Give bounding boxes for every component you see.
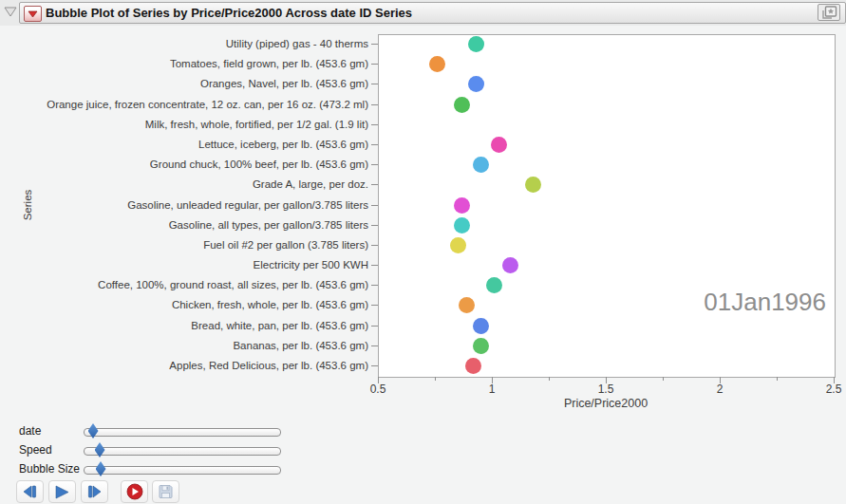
- category-label: Lettuce, iceberg, per lb. (453.6 gm): [40, 138, 368, 152]
- category-label: Chicken, fresh, whole, per lb. (453.6 gm…: [40, 298, 368, 312]
- category-label: Utility (piped) gas - 40 therms: [40, 37, 368, 51]
- category-label: Oranges, Navel, per lb. (453.6 gm): [40, 77, 368, 91]
- bubble[interactable]: [468, 36, 484, 52]
- category-label: Orange juice, frozen concentrate, 12 oz.…: [40, 98, 368, 112]
- date-annotation: 01Jan1996: [378, 288, 826, 317]
- x-tick-label: 1.5: [587, 383, 625, 396]
- bubble[interactable]: [454, 217, 470, 233]
- category-tick: [371, 84, 378, 84]
- x-minor-tick: [663, 377, 664, 381]
- category-label: Tomatoes, field grown, per lb. (453.6 gm…: [40, 57, 368, 71]
- category-tick: [371, 44, 378, 45]
- disclosure-triangle-icon[interactable]: [4, 7, 17, 17]
- bubble-size-slider-track[interactable]: [84, 466, 281, 475]
- category-label: Gasoline, all types, per gallon/3.785 li…: [40, 218, 368, 233]
- bubble[interactable]: [454, 197, 470, 214]
- y-axis-title: Series: [22, 181, 35, 229]
- record-go-icon: [126, 483, 143, 500]
- category-tick: [371, 184, 378, 185]
- bubble[interactable]: [473, 318, 489, 334]
- category-label: Grade A, large, per doz.: [40, 177, 368, 192]
- step-back-button[interactable]: [16, 480, 44, 503]
- category-tick: [371, 265, 378, 266]
- category-tick: [371, 144, 378, 145]
- category-tick: [371, 326, 378, 327]
- category-label: Electricity per 500 KWH: [40, 258, 368, 272]
- category-label: Apples, Red Delicious, per lb. (453.6 gm…: [40, 359, 368, 373]
- play-icon: [54, 485, 70, 499]
- bubble-plot-window: Bubble Plot of Series by Price/Price2000…: [0, 0, 846, 504]
- x-tick-label: 0.5: [359, 383, 397, 396]
- resize-window-button[interactable]: [818, 4, 840, 21]
- bubble[interactable]: [486, 277, 502, 293]
- category-tick: [371, 305, 378, 306]
- date-slider-label: date: [19, 424, 41, 439]
- go-button[interactable]: [121, 480, 148, 503]
- bubble[interactable]: [473, 338, 489, 354]
- red-triangle-icon: [28, 10, 38, 18]
- layered-star-icon: [821, 6, 837, 20]
- bubble[interactable]: [525, 177, 541, 193]
- step-forward-icon: [86, 485, 103, 498]
- plot-area: [378, 34, 836, 378]
- bubble[interactable]: [491, 137, 507, 153]
- step-back-icon: [22, 485, 38, 498]
- bubble[interactable]: [473, 157, 489, 173]
- title-bar: Bubble Plot of Series by Price/Price2000…: [19, 2, 846, 24]
- category-label: Milk, fresh, whole, fortified, per 1/2 g…: [40, 118, 368, 132]
- play-button[interactable]: [48, 480, 76, 503]
- category-tick: [371, 124, 378, 125]
- bubble[interactable]: [454, 97, 470, 113]
- step-forward-button[interactable]: [81, 480, 108, 503]
- category-tick: [371, 345, 378, 346]
- bubble[interactable]: [502, 257, 518, 273]
- speed-slider-label: Speed: [19, 443, 52, 457]
- page-title: Bubble Plot of Series by Price/Price2000…: [46, 6, 412, 20]
- x-tick-label: 2.5: [815, 383, 846, 396]
- save-floppy-icon: [158, 484, 174, 499]
- x-minor-tick: [777, 377, 778, 381]
- date-slider-track[interactable]: [84, 428, 281, 437]
- category-tick: [371, 164, 378, 165]
- x-tick-label: 1: [473, 383, 511, 396]
- x-minor-tick: [435, 377, 436, 381]
- outline-header: Bubble Plot of Series by Price/Price2000…: [0, 0, 846, 26]
- category-tick: [371, 205, 378, 206]
- category-tick: [371, 245, 378, 246]
- bubble[interactable]: [450, 237, 466, 253]
- category-label: Ground chuck, 100% beef, per lb. (453.6 …: [40, 158, 368, 172]
- category-tick: [371, 225, 378, 226]
- category-tick: [371, 104, 378, 105]
- category-label: Bananas, per lb. (453.6 gm): [40, 339, 368, 353]
- category-tick: [371, 365, 378, 366]
- category-tick: [371, 64, 378, 65]
- category-label: Fuel oil #2 per gallon (3.785 liters): [40, 238, 368, 252]
- speed-slider-track[interactable]: [84, 447, 281, 456]
- category-tick: [371, 285, 378, 286]
- save-button[interactable]: [152, 480, 179, 503]
- x-minor-tick: [549, 377, 550, 381]
- category-label: Coffee, 100%, ground roast, all sizes, p…: [40, 278, 368, 292]
- red-triangle-menu-button[interactable]: [24, 6, 42, 22]
- category-label: Bread, white, pan, per lb. (453.6 gm): [40, 319, 368, 333]
- category-label: Gasoline, unleaded regular, per gallon/3…: [40, 198, 368, 213]
- bubble-size-slider-label: Bubble Size: [19, 462, 80, 476]
- x-tick-label: 2: [701, 383, 739, 396]
- x-axis-title: Price/Price2000: [378, 397, 834, 410]
